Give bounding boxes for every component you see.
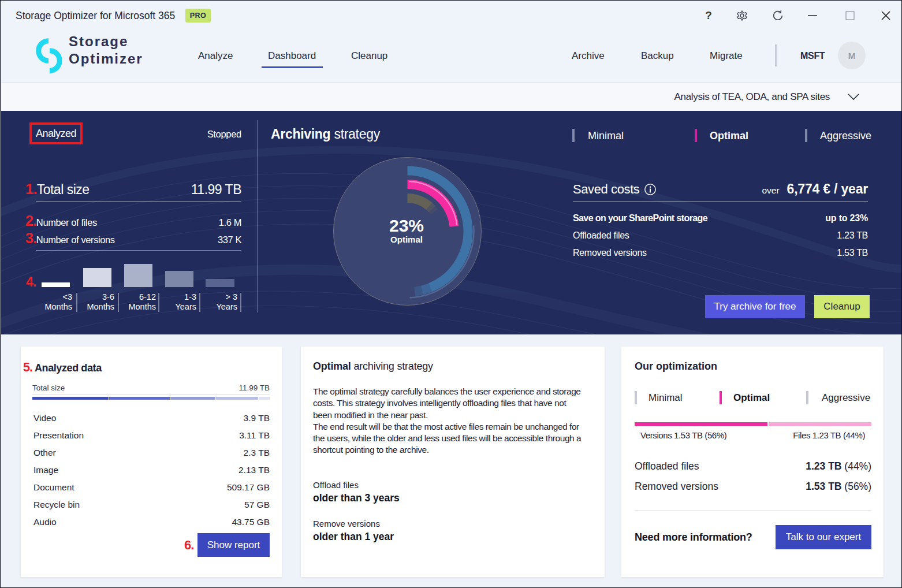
- svg-text:23%: 23%: [389, 216, 424, 235]
- svg-text:Optimal: Optimal: [390, 235, 423, 244]
